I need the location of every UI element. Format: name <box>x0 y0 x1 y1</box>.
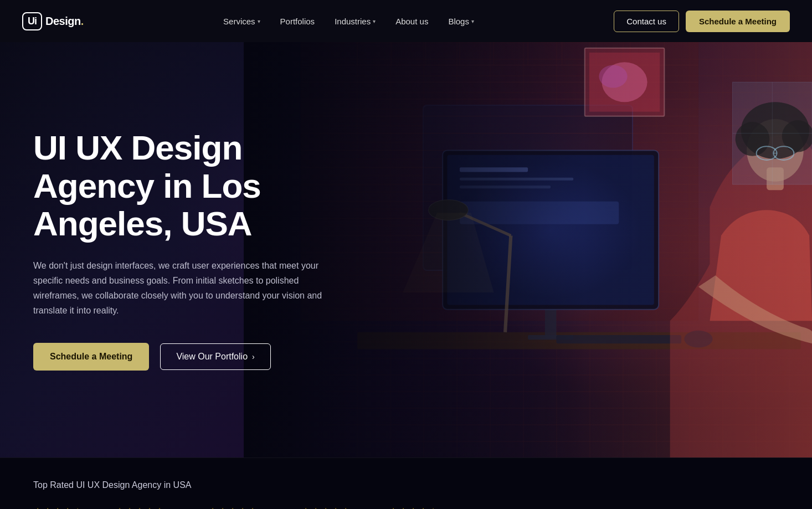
expertise-stars: ★ ★ ★ ★ ★ <box>115 506 164 509</box>
schedule-meeting-button-nav[interactable]: Schedule a Meeting <box>686 11 790 32</box>
blogs-chevron-icon: ▾ <box>471 18 474 24</box>
industries-chevron-icon: ▾ <box>373 18 376 24</box>
logo-text: Design. <box>45 15 84 28</box>
nav-cta: Contact us Schedule a Meeting <box>614 11 790 32</box>
contact-button[interactable]: Contact us <box>614 11 679 32</box>
rating-upcity: ★ ★ ★ ★ ★ ♡ UpCity ™ <box>301 506 350 509</box>
services-chevron-icon: ▾ <box>258 18 260 24</box>
logo-box-ui: Ui <box>22 12 42 30</box>
navbar: Ui Design. Services ▾ Portfolios Industr… <box>0 0 812 42</box>
rating-goodfirms: ★ ★ ★ ★ ★ G GoodFirms <box>383 506 443 509</box>
ratings-title: Top Rated UI UX Design Agency in USA <box>33 480 779 490</box>
rating-designrush: ★ ★ ★ ★ ★ ▲ DESIGNRUSH <box>197 506 268 509</box>
hero-buttons: Schedule a Meeting View Our Portfolio › <box>33 343 343 371</box>
star-5: ★ <box>73 506 82 509</box>
logo[interactable]: Ui Design. <box>22 12 84 30</box>
hero-section: UI UX Design Agency in Los Angeles, USA … <box>0 42 812 457</box>
nav-portfolios[interactable]: Portfolios <box>273 12 323 30</box>
nav-blogs[interactable]: Blogs ▾ <box>440 12 482 30</box>
monitor-decoration <box>423 105 633 271</box>
hero-subtitle: We don't just design interfaces, we craf… <box>33 258 343 318</box>
view-portfolio-label: View Our Portfolio <box>176 352 248 362</box>
ratings-row: ★ ★ ★ ★ ★ C Clutch ★ ★ ★ ★ ★ ◈ Experti <box>33 506 779 509</box>
ratings-section: Top Rated UI UX Design Agency in USA ★ ★… <box>0 457 812 509</box>
rating-expertise: ★ ★ ★ ★ ★ ◈ Expertise <box>115 506 164 509</box>
nav-links: Services ▾ Portfolios Industries ▾ About… <box>215 12 482 30</box>
nav-industries[interactable]: Industries ▾ <box>327 12 383 30</box>
clutch-stars: ★ ★ ★ ★ ★ <box>33 506 82 509</box>
star-2: ★ <box>43 506 52 509</box>
upcity-stars: ★ ★ ★ ★ ★ <box>301 506 350 509</box>
rating-clutch: ★ ★ ★ ★ ★ C Clutch <box>33 506 82 509</box>
star-3: ★ <box>53 506 62 509</box>
hero-title: UI UX Design Agency in Los Angeles, USA <box>33 129 343 243</box>
arrow-icon: › <box>252 352 255 361</box>
designrush-stars: ★ ★ ★ ★ ★ <box>208 506 257 509</box>
nav-services[interactable]: Services ▾ <box>215 12 268 30</box>
hero-content: UI UX Design Agency in Los Angeles, USA … <box>0 129 377 370</box>
goodfirms-stars: ★ ★ ★ ★ ★ <box>389 506 438 509</box>
star-4: ★ <box>63 506 72 509</box>
schedule-meeting-button-hero[interactable]: Schedule a Meeting <box>33 343 149 371</box>
view-portfolio-button[interactable]: View Our Portfolio › <box>160 343 270 370</box>
nav-about[interactable]: About us <box>388 12 436 30</box>
star-1: ★ <box>33 506 42 509</box>
